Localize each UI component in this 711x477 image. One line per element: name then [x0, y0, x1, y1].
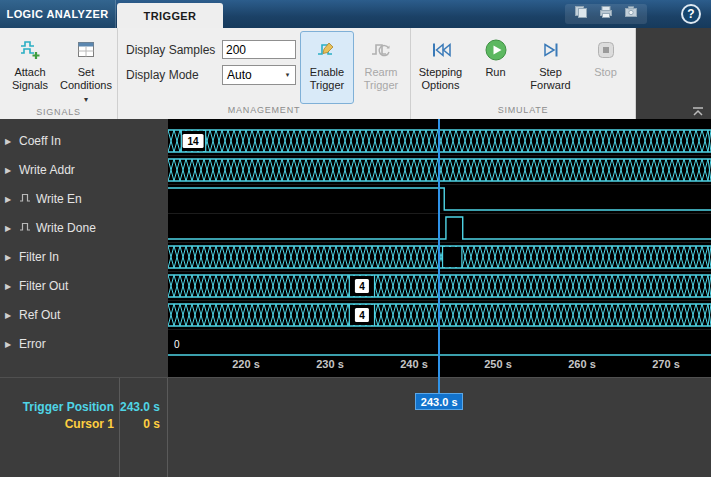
- tab-bar: LOGIC ANALYZER TRIGGER ?: [0, 0, 711, 28]
- svg-text:260 s: 260 s: [568, 358, 596, 370]
- display-samples-input[interactable]: [222, 40, 296, 59]
- run-button[interactable]: Run: [468, 31, 523, 104]
- management-section-label: MANAGEMENT: [118, 104, 410, 119]
- svg-text:230 s: 230 s: [316, 358, 344, 370]
- stepping-options-label: Stepping Options: [419, 66, 462, 92]
- expand-icon[interactable]: ▶: [5, 253, 14, 262]
- quick-access-toolbar: [565, 4, 647, 24]
- svg-text:220 s: 220 s: [232, 358, 260, 370]
- signal-row-coeff-in[interactable]: ▶ Coeff In: [0, 131, 168, 151]
- tab-logic-analyzer[interactable]: LOGIC ANALYZER: [0, 0, 116, 28]
- signal-name-panel: ▶ Coeff In ▶ Write Addr ▶ Write En ▶ Wri…: [0, 119, 168, 377]
- signal-label: Ref Out: [19, 308, 60, 322]
- expand-icon[interactable]: ▶: [5, 166, 14, 175]
- help-button[interactable]: ?: [681, 4, 701, 24]
- signal-label: Write En: [36, 192, 82, 206]
- logic-analyzer-window: LOGIC ANALYZER TRIGGER ?: [0, 0, 711, 477]
- panel-divider: [167, 378, 168, 477]
- step-forward-label: Step Forward: [530, 66, 570, 92]
- svg-text:4: 4: [359, 281, 365, 292]
- cursor-status-panel: Trigger Position 243.0 s Cursor 1 0 s: [0, 377, 711, 477]
- expand-icon[interactable]: ▶: [5, 195, 14, 204]
- management-section: Display Samples Display Mode Auto ▾: [118, 28, 411, 119]
- signal-label: Filter In: [19, 250, 59, 264]
- signal-label: Error: [19, 337, 46, 351]
- stepping-options-button[interactable]: Stepping Options: [413, 31, 468, 104]
- stepping-options-icon: [430, 36, 452, 64]
- signal-label: Write Done: [36, 221, 96, 235]
- copy-display-icon[interactable]: [574, 5, 588, 23]
- simulate-section-label: SIMULATE: [411, 104, 635, 119]
- display-mode-label: Display Mode: [126, 68, 222, 82]
- cursor1-label: Cursor 1: [0, 417, 114, 431]
- expand-icon[interactable]: ▶: [5, 340, 14, 349]
- enable-trigger-icon: [316, 36, 338, 64]
- stop-icon: [595, 36, 617, 64]
- expand-icon[interactable]: ▶: [5, 137, 14, 146]
- enable-trigger-label: Enable Trigger: [310, 66, 344, 92]
- signal-row-filter-in[interactable]: ▶ Filter In: [0, 247, 168, 267]
- tab-trigger[interactable]: TRIGGER: [117, 3, 223, 28]
- cursor1-value: 0 s: [114, 417, 160, 431]
- svg-text:0: 0: [174, 339, 180, 350]
- signal-row-write-addr[interactable]: ▶ Write Addr: [0, 160, 168, 180]
- set-conditions-button[interactable]: Set Conditions ▾: [58, 31, 114, 106]
- expand-icon[interactable]: ▶: [5, 282, 14, 291]
- trigger-position-row: Trigger Position 243.0 s: [0, 399, 160, 415]
- signals-section: Attach Signals Set Conditions ▾ SIGNALS: [0, 28, 118, 119]
- set-conditions-label: Set Conditions ▾: [59, 66, 113, 105]
- attach-signals-button[interactable]: Attach Signals: [2, 31, 58, 106]
- snapshot-icon[interactable]: [624, 5, 638, 23]
- signal-row-write-en[interactable]: ▶ Write En: [0, 189, 168, 209]
- attach-signals-icon: [19, 36, 41, 64]
- simulate-section: Stepping Options Run Step: [411, 28, 636, 119]
- dropdown-arrow-icon: ▾: [280, 66, 295, 84]
- run-label: Run: [485, 66, 505, 79]
- signals-section-label: SIGNALS: [0, 106, 117, 119]
- step-forward-icon: [540, 36, 562, 64]
- attach-signals-label: Attach Signals: [12, 66, 48, 92]
- pulse-icon: [19, 192, 31, 206]
- signal-row-write-done[interactable]: ▶ Write Done: [0, 218, 168, 238]
- signal-label: Coeff In: [19, 134, 61, 148]
- svg-text:4: 4: [359, 310, 365, 321]
- step-forward-button[interactable]: Step Forward: [523, 31, 578, 104]
- cursor-time-flag[interactable]: 243.0 s: [415, 393, 463, 410]
- display-samples-label: Display Samples: [126, 43, 222, 57]
- svg-text:250 s: 250 s: [484, 358, 512, 370]
- svg-text:240 s: 240 s: [400, 358, 428, 370]
- pulse-icon: [19, 221, 31, 235]
- stop-label: Stop: [594, 66, 617, 79]
- svg-text:14: 14: [188, 136, 200, 147]
- signal-row-error[interactable]: ▶ Error: [0, 334, 168, 354]
- stop-button[interactable]: Stop: [578, 31, 633, 104]
- toolstrip: Attach Signals Set Conditions ▾ SIGNALS: [0, 28, 636, 119]
- rearm-trigger-button[interactable]: Rearm Trigger: [354, 31, 408, 104]
- help-icon: ?: [687, 7, 694, 21]
- expand-icon[interactable]: ▶: [5, 311, 14, 320]
- signal-row-ref-out[interactable]: ▶ Ref Out: [0, 305, 168, 325]
- print-icon[interactable]: [599, 5, 613, 23]
- display-mode-value: Auto: [227, 68, 252, 82]
- time-cursor[interactable]: [438, 119, 440, 393]
- rearm-trigger-label: Rearm Trigger: [364, 66, 398, 92]
- signal-row-filter-out[interactable]: ▶ Filter Out: [0, 276, 168, 296]
- enable-trigger-button[interactable]: Enable Trigger: [300, 31, 354, 104]
- signal-label: Write Addr: [19, 163, 75, 177]
- expand-icon[interactable]: ▶: [5, 224, 14, 233]
- signal-label: Filter Out: [19, 279, 68, 293]
- set-conditions-icon: [76, 36, 96, 64]
- run-icon: [484, 36, 508, 64]
- trigger-position-value: 243.0 s: [114, 400, 160, 414]
- dropdown-arrow-icon: ▾: [84, 95, 88, 104]
- trigger-position-label: Trigger Position: [0, 400, 114, 414]
- collapse-toolstrip-icon[interactable]: [690, 104, 706, 117]
- svg-text:270 s: 270 s: [652, 358, 680, 370]
- cursor1-row: Cursor 1 0 s: [0, 416, 160, 432]
- rearm-trigger-icon: [370, 36, 392, 64]
- display-mode-dropdown[interactable]: Auto ▾: [222, 65, 296, 85]
